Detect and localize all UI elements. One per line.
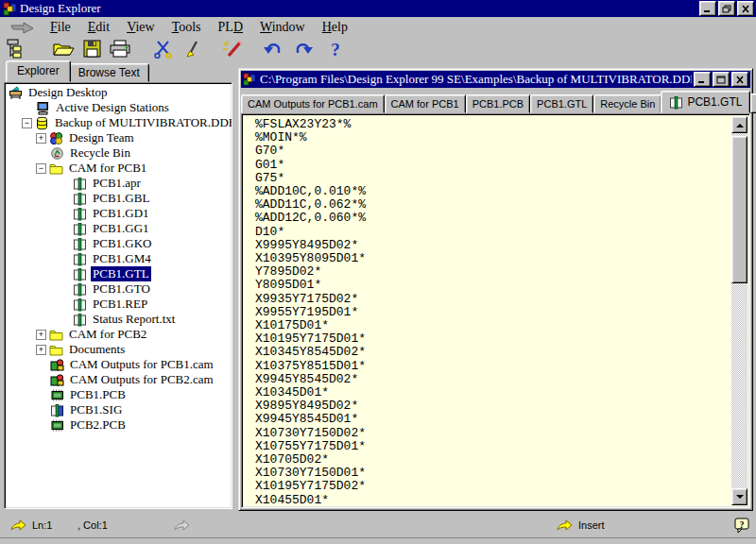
cut-button[interactable] [151, 39, 176, 60]
doc-tab-label: PCB1.PCB [472, 98, 524, 110]
tree-item-backup-of-multivibrator-ddb[interactable]: −Backup of MULTIVIBRATOR.DDB [5, 115, 232, 130]
tree-indent [5, 138, 36, 139]
doc-tab-pcb1-gtl[interactable]: PCB1.GTL [661, 91, 750, 113]
expand-box[interactable]: + [36, 345, 46, 355]
tree-item-label: PCB1.REP [91, 297, 149, 312]
collapse-box[interactable]: − [36, 163, 46, 174]
editor-line: %FSLAX23Y23*% [255, 118, 730, 131]
expand-box[interactable]: + [36, 133, 46, 144]
tab-explorer[interactable]: Explorer [6, 60, 71, 82]
editor-line: X9895Y8495D02* [255, 400, 730, 413]
doc-tab-pcb1-gtl[interactable]: PCB1.GTL [530, 94, 593, 113]
open-button[interactable] [51, 39, 76, 60]
gerber-text-editor[interactable]: %FSLAX23Y23*%%MOIN*%G70*G01*G75*%ADD10C,… [244, 116, 730, 505]
vertical-scrollbar [731, 116, 747, 505]
scroll-down-button[interactable] [731, 488, 747, 505]
menu-pld[interactable]: PLD [210, 19, 251, 36]
menu-help[interactable]: Help [314, 19, 356, 36]
window-title: Design Explorer [20, 1, 697, 16]
tree-item-cam-outputs-for-pcb2-cam[interactable]: CAM Outputs for PCB2.cam [5, 372, 232, 387]
tree-item-pcb1-pcb[interactable]: PCB1.PCB [5, 387, 232, 402]
help-button[interactable]: ? [323, 39, 348, 60]
editor-line: X10375Y8515D01* [255, 360, 730, 373]
tree-item-status-report-txt[interactable]: Status Report.txt [5, 312, 232, 327]
tree-item-pcb1-gm4[interactable]: PCB1.GM4 [5, 251, 232, 266]
doc-tab-pcb1-pcb[interactable]: PCB1.PCB [466, 94, 530, 113]
doc-tab-cam-for-pcb1[interactable]: CAM for PCB1 [385, 94, 466, 113]
menu-tools[interactable]: Tools [163, 19, 210, 36]
tree-item-pcb1-gto[interactable]: PCB1.GTO [5, 281, 232, 297]
collapse-box[interactable]: − [22, 118, 32, 128]
menu-file[interactable]: File [42, 19, 79, 36]
doc-tab-label: Recycle Bin [600, 98, 655, 110]
editor-line: X10730Y7150D02* [255, 427, 730, 440]
tree-item-recycle-bin[interactable]: Recycle Bin [5, 145, 232, 161]
tree-item-design-team[interactable]: +Design Team [5, 130, 232, 145]
doc-tab-label: CAM for PCB1 [391, 98, 459, 110]
tree-item-pcb2-pcb[interactable]: PCB2.PCB [5, 417, 232, 433]
tree-item-cam-outputs-for-pcb1-cam[interactable]: CAM Outputs for PCB1.cam [5, 357, 232, 372]
menu-view[interactable]: View [118, 19, 163, 36]
pcb-icon [50, 418, 64, 433]
scrollbar-track[interactable] [731, 133, 747, 488]
tree-item-pcb1-apr[interactable]: PCB1.apr [5, 176, 232, 191]
line-indicator: Ln:1 [32, 519, 52, 531]
expand-box[interactable]: + [36, 330, 46, 340]
doc-icon [73, 267, 87, 281]
tab-scroll-left-button[interactable] [750, 94, 756, 113]
tree-indent [5, 213, 73, 214]
pen-tool-button[interactable] [180, 39, 204, 60]
tab-browse-text[interactable]: Browse Text [69, 63, 149, 82]
print-button[interactable] [108, 39, 132, 60]
tree-indent [5, 108, 36, 109]
tree-item-label: CAM for PCB1 [67, 161, 148, 176]
doc-icon [73, 192, 87, 206]
tree-item-cam-for-pcb2[interactable]: +CAM for PCB2 [5, 327, 232, 342]
restore-button[interactable] [718, 1, 735, 16]
tree-item-pcb1-gg1[interactable]: PCB1.GG1 [5, 221, 232, 236]
minimize-button[interactable] [699, 1, 716, 16]
editor-line: Y8095D01* [255, 279, 730, 292]
scroll-up-button[interactable] [731, 116, 747, 133]
doc-close-button[interactable] [731, 72, 748, 87]
tree-item-pcb1-gbl[interactable]: PCB1.GBL [5, 191, 232, 206]
doc-maximize-button[interactable] [713, 72, 730, 87]
document-title-bar: C:\Program Files\Design Explorer 99 SE\E… [241, 71, 750, 88]
doc-icon [73, 282, 87, 297]
save-button[interactable] [79, 39, 104, 60]
redo-button[interactable] [291, 39, 316, 60]
wizard-button[interactable] [219, 39, 244, 60]
floppy-icon [82, 40, 102, 58]
tree-item-pcb1-gko[interactable]: PCB1.GKO [5, 236, 232, 251]
tree-item-design-desktop[interactable]: Design Desktop [5, 85, 232, 100]
tree-item-pcb1-gtl[interactable]: PCB1.GTL [5, 266, 232, 281]
tree-indent [5, 183, 73, 184]
menu-arrow-icon[interactable] [9, 21, 36, 34]
doc-tab-recycle-bin[interactable]: Recycle Bin [593, 94, 662, 113]
menu-window[interactable]: Window [251, 19, 314, 36]
editor-line: X10705D02* [255, 453, 730, 467]
close-button[interactable] [737, 1, 754, 16]
tree-item-documents[interactable]: +Documents [5, 342, 232, 357]
scrollbar-thumb[interactable] [731, 136, 747, 283]
tree-item-pcb1-gd1[interactable]: PCB1.GD1 [5, 206, 232, 221]
editor-line: X10345Y8545D02* [255, 346, 730, 359]
database-icon [35, 116, 49, 130]
design-tree: Design DesktopActive Design Stations−Bac… [4, 82, 232, 509]
insert-mode-indicator: Insert [578, 519, 605, 531]
undo-button[interactable] [261, 39, 285, 60]
design-explorer-window: Design Explorer FileEditViewToolsPLDWind… [0, 0, 756, 544]
explorer-toggle-button[interactable] [4, 39, 28, 60]
doc-minimize-button[interactable] [694, 72, 711, 87]
editor-line: X9935Y7175D02* [255, 293, 730, 306]
tree-item-cam-for-pcb1[interactable]: −CAM for PCB1 [5, 161, 232, 176]
tree-item-active-design-stations[interactable]: Active Design Stations [5, 100, 232, 115]
tree-item-pcb1-rep[interactable]: PCB1.REP [5, 297, 232, 312]
tree-indent [5, 274, 73, 275]
tree-indent [5, 168, 36, 169]
status-help-icon[interactable]: ? [734, 518, 750, 534]
doc-tab-cam-outputs-for-pcb1-cam[interactable]: CAM Outputs for PCB1.cam [241, 94, 385, 113]
tree-item-pcb1-sig[interactable]: PCB1.SIG [5, 402, 232, 417]
tree-item-label: Recycle Bin [68, 145, 132, 161]
menu-edit[interactable]: Edit [79, 19, 118, 36]
